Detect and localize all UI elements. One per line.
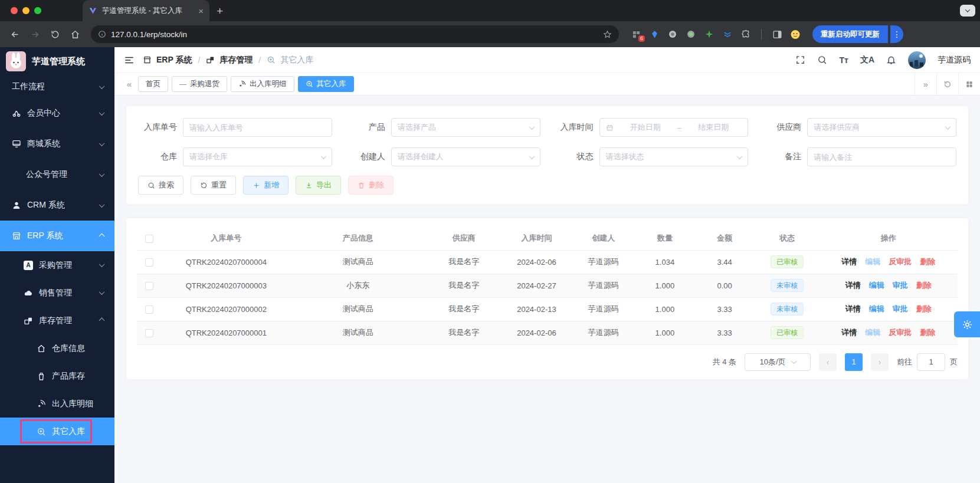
sidebar-item-crm-system[interactable]: CRM 系统 bbox=[0, 190, 114, 221]
sidebar-item-warehouse-info[interactable]: 仓库信息 bbox=[0, 334, 114, 362]
font-size-icon[interactable]: Tт bbox=[839, 55, 848, 65]
back-button[interactable] bbox=[6, 25, 24, 43]
edit-link[interactable]: 编辑 bbox=[869, 280, 884, 291]
ext-star-icon[interactable] bbox=[704, 29, 714, 40]
prev-page-button[interactable]: ‹ bbox=[819, 353, 837, 371]
refresh-view-icon[interactable] bbox=[936, 73, 958, 95]
detail-link[interactable]: 详情 bbox=[841, 327, 857, 338]
ext-blocker-icon[interactable]: 6 bbox=[631, 29, 641, 40]
side-panel-icon[interactable] bbox=[772, 29, 782, 40]
sidebar-logo-row[interactable]: 芋道管理系统 bbox=[0, 47, 114, 75]
url-bar[interactable]: 127.0.0.1/erp/stock/in bbox=[91, 25, 619, 43]
bookmark-star-icon[interactable] bbox=[603, 30, 612, 39]
layout-grid-icon[interactable] bbox=[958, 73, 980, 95]
hamburger-menu-icon[interactable] bbox=[124, 55, 135, 65]
settings-fab[interactable] bbox=[954, 311, 980, 337]
reload-button[interactable] bbox=[46, 25, 64, 43]
breadcrumb-stock[interactable]: 库存管理 bbox=[219, 55, 253, 65]
order-no-input[interactable] bbox=[189, 123, 326, 132]
search-button[interactable]: 搜索 bbox=[138, 176, 183, 195]
site-info-icon[interactable] bbox=[98, 30, 106, 38]
translate-icon[interactable]: 文A bbox=[860, 55, 874, 65]
extensions-puzzle-icon[interactable] bbox=[740, 29, 751, 40]
sidebar-item-product-stock[interactable]: 产品库存 bbox=[0, 362, 114, 390]
forward-button[interactable] bbox=[26, 25, 44, 43]
sidebar-item-official-account[interactable]: 公众号管理 bbox=[0, 159, 114, 190]
close-window-button[interactable] bbox=[11, 7, 18, 14]
detail-link[interactable]: 详情 bbox=[845, 280, 861, 291]
home-button[interactable] bbox=[66, 25, 84, 43]
delete-link[interactable]: 删除 bbox=[920, 257, 935, 267]
fullscreen-icon[interactable] bbox=[795, 55, 805, 65]
delete-button[interactable]: 删除 bbox=[348, 176, 394, 195]
sidebar-item-mall-system[interactable]: 商城系统 bbox=[0, 129, 114, 159]
product-select[interactable]: 请选择产品 bbox=[391, 118, 540, 137]
approve-link[interactable]: 审批 bbox=[893, 304, 908, 314]
ext-gem-icon[interactable] bbox=[649, 29, 660, 40]
browser-update-button[interactable]: 重新启动即可更新 bbox=[812, 25, 888, 43]
tab-close-icon[interactable]: × bbox=[198, 6, 204, 15]
edit-link[interactable]: 编辑 bbox=[865, 257, 880, 267]
tab-stock-record[interactable]: 出入库明细 bbox=[231, 76, 294, 92]
goto-page-input[interactable] bbox=[917, 353, 945, 371]
maximize-window-button[interactable] bbox=[34, 7, 41, 14]
end-date-placeholder[interactable]: 结束日期 bbox=[685, 122, 742, 133]
search-icon[interactable] bbox=[817, 55, 827, 65]
tab-other-stock-in[interactable]: 其它入库 bbox=[298, 76, 354, 92]
profile-avatar-icon[interactable] bbox=[790, 29, 801, 40]
detail-link[interactable]: 详情 bbox=[845, 304, 861, 314]
field-order-no: 入库单号 bbox=[138, 118, 332, 137]
bell-icon[interactable] bbox=[886, 55, 896, 65]
edit-link[interactable]: 编辑 bbox=[865, 327, 880, 338]
remark-input[interactable] bbox=[814, 153, 950, 162]
date-range-picker[interactable]: 开始日期 – 结束日期 bbox=[599, 118, 749, 137]
tabs-scroll-right-icon[interactable]: » bbox=[915, 73, 936, 95]
approve-link[interactable]: 审批 bbox=[893, 280, 908, 291]
username[interactable]: 芋道源码 bbox=[938, 55, 971, 65]
reset-button[interactable]: 重置 bbox=[191, 176, 236, 195]
row-checkbox[interactable] bbox=[145, 258, 153, 267]
sidebar-item-stock-mgmt[interactable]: 库存管理 bbox=[0, 307, 114, 334]
ext-dot-icon[interactable] bbox=[686, 29, 696, 40]
start-date-placeholder[interactable]: 开始日期 bbox=[617, 122, 674, 133]
status-select[interactable]: 请选择状态 bbox=[599, 147, 749, 166]
unapprove-link[interactable]: 反审批 bbox=[889, 327, 912, 338]
page-number-button[interactable]: 1 bbox=[845, 353, 863, 371]
tabs-scroll-left-icon[interactable]: « bbox=[120, 79, 138, 89]
delete-link[interactable]: 删除 bbox=[916, 304, 932, 314]
export-button[interactable]: 导出 bbox=[296, 176, 341, 195]
sidebar-item-other-stock-in[interactable]: 其它入库 bbox=[0, 418, 114, 445]
sidebar-item-sales-mgmt[interactable]: 销售管理 bbox=[0, 279, 114, 307]
breadcrumb-erp[interactable]: ERP 系统 bbox=[156, 55, 192, 65]
next-page-button[interactable]: › bbox=[871, 353, 889, 371]
tab-home[interactable]: 首页 bbox=[138, 76, 168, 92]
minimize-window-button[interactable] bbox=[22, 7, 30, 14]
edit-link[interactable]: 编辑 bbox=[869, 304, 884, 314]
sidebar-item-purchase-mgmt[interactable]: A 采购管理 bbox=[0, 251, 114, 279]
ext-circle-icon[interactable] bbox=[667, 29, 678, 40]
creator-select[interactable]: 请选择创建人 bbox=[391, 147, 540, 166]
page-size-select[interactable]: 10条/页 bbox=[745, 353, 811, 371]
delete-link[interactable]: 删除 bbox=[916, 280, 932, 291]
delete-link[interactable]: 删除 bbox=[920, 327, 935, 338]
sidebar-item-stock-record[interactable]: 出入库明细 bbox=[0, 390, 114, 418]
row-checkbox[interactable] bbox=[145, 329, 153, 337]
ext-layers-icon[interactable] bbox=[722, 29, 733, 40]
warehouse-select[interactable]: 请选择仓库 bbox=[183, 147, 332, 166]
row-checkbox[interactable] bbox=[145, 305, 153, 314]
select-all-checkbox[interactable] bbox=[145, 235, 153, 243]
sidebar-item-erp-system[interactable]: ERP 系统 bbox=[0, 221, 114, 251]
sidebar-item-workflow[interactable]: 工作流程 bbox=[0, 75, 114, 98]
sidebar-item-member-center[interactable]: 会员中心 bbox=[0, 98, 114, 129]
supplier-select[interactable]: 请选择供应商 bbox=[807, 118, 956, 137]
new-tab-button[interactable]: + bbox=[217, 5, 223, 17]
unapprove-link[interactable]: 反审批 bbox=[889, 257, 912, 267]
browser-menu-kebab-icon[interactable]: ⋮ bbox=[890, 25, 903, 43]
tab-search-button[interactable] bbox=[960, 5, 975, 17]
user-avatar[interactable] bbox=[908, 51, 926, 69]
detail-link[interactable]: 详情 bbox=[841, 257, 857, 267]
add-button[interactable]: 新增 bbox=[243, 176, 289, 195]
browser-tab[interactable]: 芋道管理系统 - 其它入库 × bbox=[83, 0, 209, 21]
row-checkbox[interactable] bbox=[145, 282, 153, 290]
tab-purchase-return[interactable]: — 采购退货 bbox=[172, 76, 227, 92]
